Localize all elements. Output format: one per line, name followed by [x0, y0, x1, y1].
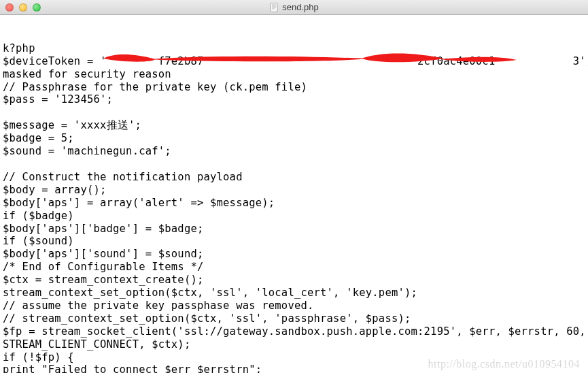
- window-titlebar: send.php: [0, 0, 588, 15]
- editor-content[interactable]: k?php $deviceToken = ' f7e2b87 2cf0ac4e0…: [0, 15, 588, 373]
- close-window-button[interactable]: [5, 3, 14, 12]
- window-title: send.php: [282, 2, 319, 12]
- minimize-window-button[interactable]: [19, 3, 27, 12]
- window-controls: [5, 3, 41, 12]
- watermark-text: http://blog.csdn.net/u010954104: [428, 358, 581, 370]
- zoom-window-button[interactable]: [33, 3, 41, 12]
- code-text: k?php $deviceToken = ' f7e2b87 2cf0ac4e0…: [3, 42, 584, 373]
- svg-rect-0: [271, 3, 277, 12]
- document-icon: [269, 3, 279, 12]
